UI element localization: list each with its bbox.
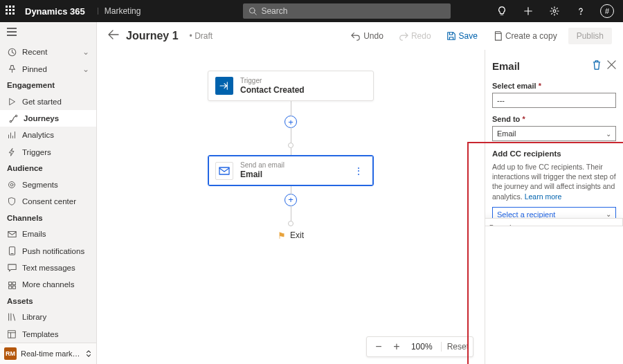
panel-title: Email	[492, 60, 586, 72]
create-copy-button[interactable]: Create a copy	[489, 28, 561, 44]
nav-label: Push notifications	[22, 247, 84, 255]
push-icon	[7, 246, 17, 255]
nav-section-assets: Assets	[0, 293, 96, 309]
properties-panel: Email Select email * --- Send to * Email…	[485, 50, 623, 364]
exit-node[interactable]: ⚑Exit	[278, 230, 304, 241]
svg-point-0	[250, 8, 255, 14]
page-title: Journey 1	[126, 30, 179, 42]
node-caption: Trigger	[240, 77, 366, 85]
node-caption: Send an email	[240, 161, 344, 170]
publish-button[interactable]: Publish	[568, 28, 612, 44]
svg-rect-21	[219, 167, 229, 174]
brand-label: Dynamics 365	[25, 6, 85, 17]
nav-label: More channels	[22, 280, 74, 289]
svg-point-13	[10, 183, 13, 186]
nav-label: Recent	[22, 48, 47, 56]
chevron-down-icon: ⌄	[606, 210, 611, 218]
chevron-updown-icon	[85, 350, 92, 357]
undo-button[interactable]: Undo	[347, 28, 388, 44]
nav-sms[interactable]: Text messages	[0, 260, 96, 276]
help-icon[interactable]	[570, 0, 591, 22]
lightbulb-icon[interactable]	[491, 0, 512, 22]
flyout-search-placeholder: Search	[489, 224, 514, 226]
shield-icon	[7, 197, 17, 206]
svg-rect-20	[495, 33, 501, 40]
more-icon	[7, 280, 17, 289]
send-to-label: Send to *	[492, 115, 616, 123]
nav-label: Triggers	[22, 148, 51, 156]
avatar[interactable]: #	[597, 0, 617, 22]
nav-journeys[interactable]: Journeys	[0, 110, 96, 127]
pin-icon	[7, 64, 17, 73]
back-button[interactable]	[108, 30, 119, 42]
page-status: • Draft	[190, 31, 213, 41]
select-email-input[interactable]: ---	[492, 93, 616, 108]
save-button[interactable]: Save	[442, 28, 482, 44]
nav-more-channels[interactable]: More channels	[0, 276, 96, 293]
nav-label: Library	[22, 313, 46, 321]
flyout-search[interactable]: Search	[485, 219, 622, 226]
cc-title: Add CC recipients	[492, 149, 616, 158]
hamburger-icon[interactable]	[0, 22, 96, 44]
journey-canvas[interactable]: TriggerContact Created + Send an emailEm…	[97, 50, 485, 364]
learn-more-link[interactable]: Learn more	[525, 192, 562, 201]
gear-icon[interactable]	[544, 0, 565, 22]
search-placeholder: Search	[261, 6, 287, 16]
global-header: Dynamics 365 Marketing Search #	[0, 0, 623, 22]
chevron-down-icon: ⌄	[82, 64, 89, 74]
page-header: Journey 1 • Draft Undo Redo Save Create …	[97, 22, 623, 50]
nav-label: Text messages	[22, 264, 75, 272]
close-panel-button[interactable]	[607, 60, 616, 71]
nav-label: Analytics	[22, 131, 54, 139]
global-search[interactable]: Search	[243, 3, 451, 19]
add-icon[interactable]	[518, 0, 539, 22]
nav-label: Emails	[22, 230, 46, 238]
svg-point-4	[553, 10, 556, 12]
nav-library[interactable]: Library	[0, 309, 96, 325]
trigger-icon	[215, 77, 233, 95]
target-icon	[7, 181, 17, 189]
nav-pinned[interactable]: Pinned ⌄	[0, 60, 96, 77]
nav-label: Segments	[22, 181, 58, 189]
nav-section-channels: Channels	[0, 210, 96, 226]
nav-recent[interactable]: Recent ⌄	[0, 44, 96, 60]
nav-label: Pinned	[22, 65, 47, 73]
nav-emails[interactable]: Emails	[0, 226, 96, 242]
add-step-button[interactable]: +	[285, 116, 297, 128]
zoom-in-button[interactable]: +	[389, 340, 404, 354]
clock-icon	[7, 48, 17, 57]
svg-rect-14	[8, 231, 15, 237]
nav-push[interactable]: Push notifications	[0, 242, 96, 259]
nav-analytics[interactable]: Analytics	[0, 127, 96, 143]
template-icon	[7, 330, 17, 338]
library-icon	[7, 313, 17, 321]
nav-consent-center[interactable]: Consent center	[0, 193, 96, 210]
svg-point-5	[580, 14, 581, 15]
email-node[interactable]: Send an emailEmail ⋮	[208, 155, 374, 185]
module-label[interactable]: Marketing	[98, 6, 141, 16]
nav-segments[interactable]: Segments	[0, 176, 96, 193]
nav-triggers[interactable]: Triggers	[0, 144, 96, 161]
sms-icon	[7, 264, 17, 272]
zoom-out-button[interactable]: −	[371, 340, 386, 354]
nav-templates[interactable]: Templates	[0, 326, 96, 343]
nav-label: Journeys	[24, 114, 59, 122]
select-email-label: Select email *	[492, 82, 616, 90]
nav-get-started[interactable]: Get started	[0, 93, 96, 109]
redo-button[interactable]: Redo	[395, 28, 435, 44]
area-switcher[interactable]: RM Real-time marketi...	[0, 343, 96, 364]
send-to-select[interactable]: Email⌄	[492, 126, 616, 141]
zoom-percent: 100%	[407, 342, 437, 352]
delete-button[interactable]	[592, 60, 602, 72]
add-step-button[interactable]: +	[285, 194, 297, 206]
svg-line-1	[255, 12, 257, 15]
zoom-reset-button[interactable]: Reset	[441, 342, 469, 352]
email-icon	[215, 162, 233, 180]
search-icon	[249, 7, 257, 15]
nav-label: Templates	[22, 330, 58, 338]
play-icon	[7, 98, 17, 106]
zoom-toolbar: − + 100% Reset	[366, 336, 473, 357]
trigger-node[interactable]: TriggerContact Created	[208, 71, 374, 101]
app-launcher-icon[interactable]	[6, 6, 17, 17]
node-more-button[interactable]: ⋮	[351, 165, 366, 176]
